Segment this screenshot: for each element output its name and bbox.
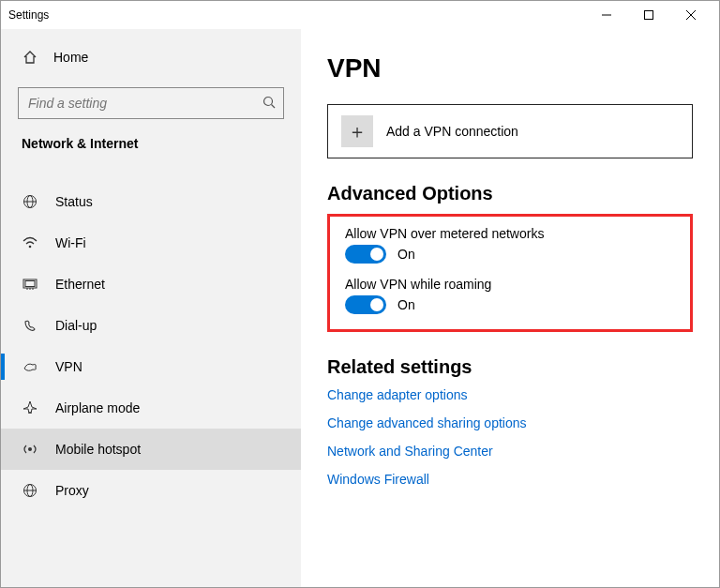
settings-window: Settings Home xyxy=(0,0,720,588)
sidebar-item-wifi[interactable]: Wi-Fi xyxy=(1,222,301,264)
advanced-options-heading: Advanced Options xyxy=(327,183,693,204)
link-adapter-options[interactable]: Change adapter options xyxy=(327,387,693,402)
ethernet-icon xyxy=(22,277,38,292)
link-windows-firewall[interactable]: Windows Firewall xyxy=(327,472,693,487)
sidebar-item-ethernet[interactable]: Ethernet xyxy=(1,264,301,305)
sidebar-item-mobile-hotspot[interactable]: Mobile hotspot xyxy=(1,429,301,470)
minimize-button[interactable] xyxy=(585,1,627,29)
sidebar-item-label: Airplane mode xyxy=(55,400,140,415)
plus-icon: ＋ xyxy=(341,115,373,147)
dialup-icon xyxy=(22,318,38,333)
airplane-icon xyxy=(22,400,38,415)
close-button[interactable] xyxy=(669,1,712,29)
highlight-box: Allow VPN over metered networks On Allow… xyxy=(327,214,693,332)
svg-point-15 xyxy=(28,447,32,451)
metered-state: On xyxy=(398,247,415,262)
sidebar-item-label: Proxy xyxy=(55,483,89,498)
maximize-button[interactable] xyxy=(627,1,669,29)
vpn-icon xyxy=(22,359,38,374)
titlebar: Settings xyxy=(1,1,719,29)
roaming-toggle[interactable] xyxy=(345,295,386,314)
svg-point-4 xyxy=(264,97,273,105)
svg-rect-1 xyxy=(644,11,652,20)
sidebar-item-vpn[interactable]: VPN xyxy=(1,346,301,387)
home-nav[interactable]: Home xyxy=(1,38,301,76)
metered-label: Allow VPN over metered networks xyxy=(345,226,675,241)
svg-point-9 xyxy=(29,246,32,249)
proxy-icon xyxy=(22,483,38,498)
sidebar-item-label: Dial-up xyxy=(55,318,97,333)
roaming-label: Allow VPN while roaming xyxy=(345,277,675,292)
hotspot-icon xyxy=(22,442,38,457)
sidebar-item-label: Mobile hotspot xyxy=(55,442,141,457)
sidebar-item-proxy[interactable]: Proxy xyxy=(1,470,301,511)
add-vpn-button[interactable]: ＋ Add a VPN connection xyxy=(327,104,693,158)
add-vpn-label: Add a VPN connection xyxy=(386,124,518,139)
svg-rect-11 xyxy=(25,281,35,287)
sidebar-item-dialup[interactable]: Dial-up xyxy=(1,305,301,346)
wifi-icon xyxy=(22,235,38,250)
status-icon xyxy=(22,194,38,209)
link-network-sharing-center[interactable]: Network and Sharing Center xyxy=(327,444,693,459)
svg-line-5 xyxy=(272,104,276,108)
link-advanced-sharing[interactable]: Change advanced sharing options xyxy=(327,415,693,430)
home-icon xyxy=(22,50,38,65)
window-title: Settings xyxy=(8,8,585,22)
sidebar-item-label: Status xyxy=(55,194,93,209)
nav-list: Status Wi-Fi Ethernet xyxy=(1,181,301,511)
main-content: VPN ＋ Add a VPN connection Advanced Opti… xyxy=(301,29,719,587)
sidebar: Home Network & Internet Status xyxy=(1,29,301,587)
search-icon xyxy=(262,96,276,112)
sidebar-item-status[interactable]: Status xyxy=(1,181,301,222)
search-input[interactable] xyxy=(26,95,262,112)
sidebar-item-label: VPN xyxy=(55,359,82,374)
sidebar-item-label: Wi-Fi xyxy=(55,235,86,250)
page-title: VPN xyxy=(327,53,693,83)
category-header: Network & Internet xyxy=(1,128,301,164)
home-label: Home xyxy=(53,50,88,65)
sidebar-item-label: Ethernet xyxy=(55,277,105,292)
related-settings-heading: Related settings xyxy=(327,356,693,378)
roaming-state: On xyxy=(398,297,415,312)
sidebar-item-airplane[interactable]: Airplane mode xyxy=(1,387,301,429)
search-box[interactable] xyxy=(18,87,284,119)
metered-toggle[interactable] xyxy=(345,245,386,264)
